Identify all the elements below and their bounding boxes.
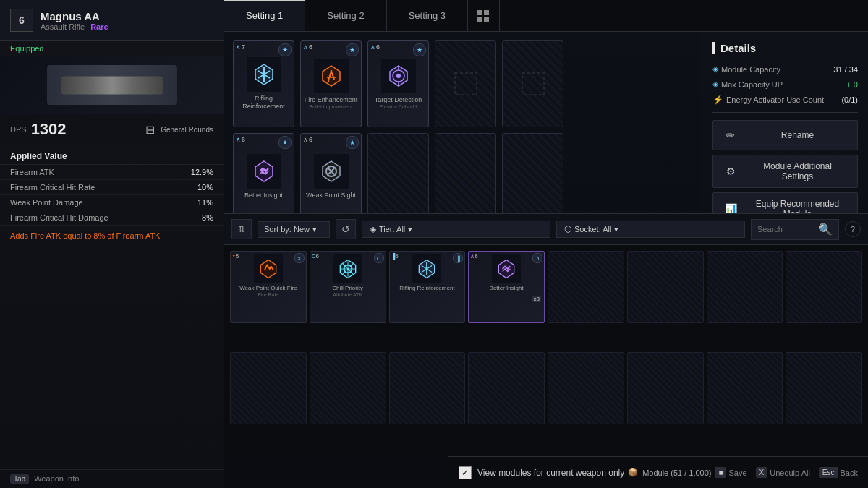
- svg-rect-15: [455, 73, 477, 95]
- module-additional-button[interactable]: ⚙ Module Additional Settings: [712, 155, 858, 188]
- list-module-tier: ∧6: [470, 253, 477, 260]
- unequip-label: Unequip All: [770, 468, 810, 477]
- weapon-info-tab[interactable]: Tab Weapon Info: [0, 469, 224, 488]
- stat-row: Weak Point Damage 11%: [0, 195, 224, 210]
- list-module-tier: C6: [312, 253, 319, 260]
- module-slot-empty-5[interactable]: [502, 133, 563, 220]
- module-slot-empty-1[interactable]: [435, 40, 496, 127]
- max-capacity-value: + 0: [846, 80, 858, 89]
- stat-value: 8%: [202, 213, 213, 222]
- grid-icon: [476, 9, 490, 23]
- search-icon: 🔍: [818, 223, 833, 236]
- tab-setting3[interactable]: Setting 3: [387, 0, 468, 31]
- list-module-chill-priority[interactable]: C6 C Chill Priority Attribute ATK: [310, 251, 386, 323]
- module-slot-target[interactable]: ∧6 ★ Target Detection Firearm Critic: [367, 40, 429, 127]
- search-box[interactable]: 🔍: [751, 219, 839, 240]
- module-icon: [314, 154, 349, 189]
- list-module-empty[interactable]: [310, 352, 386, 424]
- tab-setting1[interactable]: Setting 1: [224, 0, 305, 31]
- energy-icon: ⚡: [712, 95, 723, 105]
- list-module-empty[interactable]: [468, 352, 545, 424]
- list-module-empty[interactable]: [389, 352, 466, 424]
- socket-dropdown[interactable]: ⬡ Socket: All ▾: [556, 221, 745, 238]
- dps-label: DPS: [10, 125, 27, 134]
- equipped-badge: Equipped: [0, 41, 224, 56]
- save-control: ■ Save: [715, 467, 746, 478]
- x3-badge: x3: [532, 296, 541, 302]
- fire-atk-note: Adds Fire ATK equal to 8% of Firearm ATK: [0, 226, 224, 246]
- module-slot-rifling[interactable]: ∧7 ★ Rifling Reinforcement: [233, 40, 294, 127]
- module-slot-empty-4[interactable]: [435, 133, 496, 220]
- tab-setting2[interactable]: Setting 2: [305, 0, 386, 31]
- weapon-header: 6 Magnus AA Assault Rifle Rare: [0, 0, 224, 41]
- chill-priority-icon: [336, 257, 359, 281]
- search-input[interactable]: [757, 225, 815, 234]
- weapon-info: Magnus AA Assault Rifle Rare: [41, 10, 213, 31]
- weakpoint-quick-fire-icon: [257, 257, 280, 281]
- view-modules-checkbox[interactable]: ✓ View modules for current weapon only: [459, 466, 624, 479]
- list-module-cap: ×: [294, 253, 305, 263]
- module-count-text: Module (51 / 1,000): [642, 468, 711, 477]
- rifling-icon-2: [415, 257, 438, 281]
- list-module-empty[interactable]: [786, 352, 862, 424]
- module-icon: [247, 154, 281, 189]
- svg-marker-28: [498, 260, 514, 278]
- list-module-icon: [254, 254, 283, 283]
- tab-grid-btn[interactable]: [468, 0, 500, 31]
- list-module-empty[interactable]: [707, 251, 783, 323]
- main-area: Setting 1 Setting 2 Setting 3 ∧7: [224, 0, 868, 488]
- module-slot-empty-3[interactable]: [367, 133, 429, 220]
- list-module-empty[interactable]: [230, 352, 307, 424]
- weapon-image-area: [0, 56, 224, 114]
- module-tier-badge: ∧6: [303, 43, 312, 51]
- list-module-tier: ×5: [232, 253, 239, 260]
- filter-bar: ⇅ Sort by: New ▾ ↺ ◈ Tier: All ▾ ⬡ Socke…: [224, 213, 868, 245]
- module-row-1: ∧7 ★ Rifling Reinforcement: [233, 40, 693, 127]
- rifling-icon: [251, 61, 277, 87]
- module-slot-fire[interactable]: ∧6 ★ Fire Enhancement Bullet Improvement: [300, 40, 362, 127]
- module-sub: Bullet Improvement: [309, 104, 352, 109]
- list-module-empty[interactable]: [627, 352, 704, 424]
- module-box-icon: 📦: [628, 468, 638, 477]
- list-module-cap: C: [374, 253, 384, 263]
- weapon-rarity: Rare: [90, 22, 108, 31]
- weakpoint-icon: [318, 158, 344, 184]
- bottom-controls: ■ Save X Unequip All Esc Back: [715, 467, 858, 478]
- list-module-empty[interactable]: [786, 251, 862, 323]
- back-key: Esc: [819, 467, 838, 478]
- list-module-name: Rifling Reinforcement: [398, 285, 456, 292]
- list-module-rifling[interactable]: ▐6 ▐ Rifling Reinforcement: [389, 251, 466, 323]
- list-module-empty[interactable]: [627, 251, 704, 323]
- list-module-empty[interactable]: [548, 352, 624, 424]
- list-module-insight[interactable]: ∧6 ∧ x3 Better Insight: [468, 251, 545, 323]
- module-icon: [247, 57, 281, 92]
- svg-marker-17: [255, 161, 273, 181]
- sort-dropdown[interactable]: Sort by: New ▾: [258, 221, 330, 238]
- stat-value: 12.9%: [191, 168, 213, 176]
- checkbox[interactable]: ✓: [459, 466, 472, 479]
- max-capacity-row: ◈ Max Capacity UP + 0: [712, 80, 858, 89]
- weapon-name: Magnus AA: [41, 10, 213, 22]
- list-module-empty[interactable]: [548, 251, 624, 323]
- energy-label: ⚡ Energy Activator Use Count: [712, 95, 824, 105]
- module-slot-empty-2[interactable]: [502, 40, 563, 127]
- sort-order-btn[interactable]: ⇅: [231, 219, 252, 239]
- rename-button[interactable]: ✏ Rename: [712, 120, 858, 150]
- module-capacity-row: ◈ Module Capacity 31 / 34: [712, 64, 858, 74]
- module-cap: ★: [346, 43, 359, 56]
- module-slot-insight[interactable]: ∧6 ★ Better Insight: [233, 133, 294, 220]
- tier-dropdown[interactable]: ◈ Tier: All ▾: [362, 221, 550, 238]
- module-icon: [314, 59, 349, 93]
- module-tier-badge: ∧7: [236, 43, 245, 51]
- svg-rect-16: [522, 73, 544, 95]
- module-list-grid: ×5 × Weak Point Quick Fire Fire Rate C6 …: [224, 245, 868, 456]
- divider: [712, 112, 858, 113]
- module-slot-weakpoint[interactable]: ∧6 ★ Weak Point Sight: [300, 133, 362, 220]
- sort-label: Sort by: New: [264, 225, 310, 234]
- refresh-btn[interactable]: ↺: [336, 219, 356, 239]
- help-btn[interactable]: ?: [845, 221, 861, 237]
- module-capacity-label: ◈ Module Capacity: [712, 64, 780, 74]
- list-module-weak-point-quick-fire[interactable]: ×5 × Weak Point Quick Fire Fire Rate: [230, 251, 307, 323]
- back-control: Esc Back: [819, 467, 858, 478]
- list-module-empty[interactable]: [707, 352, 783, 424]
